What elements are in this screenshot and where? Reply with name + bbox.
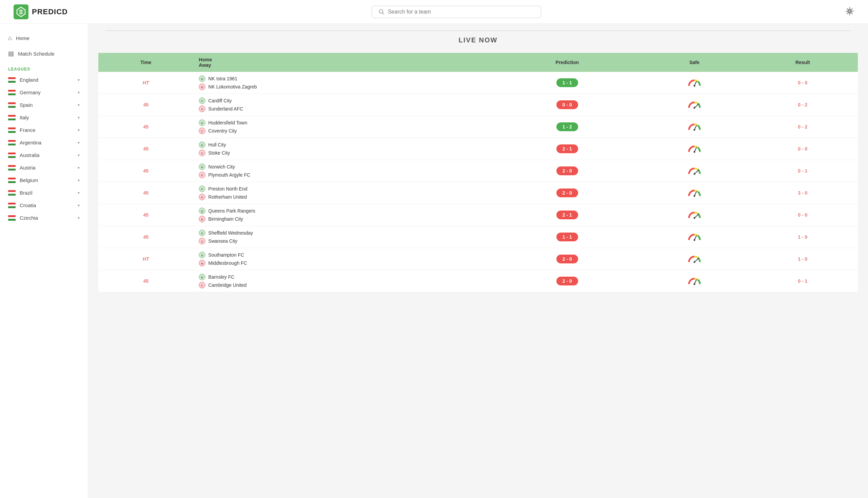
away-crest-6: B bbox=[199, 215, 206, 222]
svg-rect-6 bbox=[8, 79, 16, 81]
sidebar-item-australia[interactable]: Australia ▾ bbox=[0, 149, 88, 161]
safe-gauge-0 bbox=[688, 78, 701, 88]
league-label-france: France bbox=[20, 127, 36, 133]
prediction-badge-6: 2 - 1 bbox=[556, 211, 578, 219]
sidebar-item-italy[interactable]: Italy ▾ bbox=[0, 111, 88, 124]
svg-rect-26 bbox=[8, 142, 16, 143]
home-crest-7: S bbox=[199, 230, 206, 236]
away-team-name-3: Stoke City bbox=[208, 150, 230, 156]
away-crest-7: S bbox=[199, 238, 206, 245]
search-input[interactable] bbox=[388, 9, 534, 15]
flag-icon-spain bbox=[8, 102, 16, 108]
search-bar[interactable] bbox=[372, 6, 541, 18]
match-safe-9 bbox=[641, 270, 747, 292]
sidebar-item-match-schedule[interactable]: ▤ Match Schedule bbox=[0, 46, 88, 61]
match-safe-3 bbox=[641, 138, 747, 160]
sidebar-item-france[interactable]: France ▾ bbox=[0, 124, 88, 136]
svg-text:B: B bbox=[201, 218, 203, 221]
home-crest-5: P bbox=[199, 185, 206, 192]
league-left-france: France bbox=[8, 127, 36, 133]
sidebar-item-czechia[interactable]: Czechia ▾ bbox=[0, 211, 88, 224]
away-crest-1: S bbox=[199, 105, 206, 112]
svg-rect-17 bbox=[8, 115, 16, 117]
sidebar-item-brazil[interactable]: Brazil ▾ bbox=[0, 186, 88, 199]
match-result-5: 3 - 0 bbox=[748, 182, 858, 204]
svg-rect-39 bbox=[8, 181, 16, 183]
away-crest-0: N bbox=[199, 83, 206, 90]
home-team-row-2: H Huddersfield Town bbox=[199, 119, 488, 126]
league-left-austria: Austria bbox=[8, 165, 36, 171]
sidebar-item-argentina[interactable]: Argentina ▾ bbox=[0, 136, 88, 149]
section-title: LIVE NOW bbox=[98, 36, 858, 48]
sidebar-item-croatia[interactable]: Croatia ▾ bbox=[0, 199, 88, 211]
home-crest-6: Q bbox=[199, 208, 206, 214]
chevron-icon-france: ▾ bbox=[78, 128, 80, 133]
sidebar-item-austria[interactable]: Austria ▾ bbox=[0, 161, 88, 174]
svg-text:N: N bbox=[201, 86, 203, 89]
svg-rect-11 bbox=[8, 93, 16, 95]
team-cell-5: P Preston North End R Rotherham United bbox=[199, 185, 488, 200]
chevron-icon-italy: ▾ bbox=[78, 115, 80, 120]
svg-rect-25 bbox=[8, 140, 16, 142]
svg-rect-46 bbox=[8, 205, 16, 206]
settings-button[interactable] bbox=[845, 6, 854, 17]
league-label-austria: Austria bbox=[20, 165, 36, 171]
svg-point-111 bbox=[693, 284, 695, 285]
chevron-icon-croatia: ▾ bbox=[78, 203, 80, 208]
team-cell-2: H Huddersfield Town C Coventry City bbox=[199, 119, 488, 134]
home-crest-2: H bbox=[199, 119, 206, 126]
sidebar-item-home[interactable]: ⌂ Home bbox=[0, 30, 88, 46]
svg-text:Q: Q bbox=[201, 210, 203, 213]
match-result-2: 0 - 2 bbox=[748, 116, 858, 138]
match-time-4: 45 bbox=[98, 160, 193, 182]
safe-gauge-1 bbox=[688, 100, 701, 109]
sidebar-item-germany[interactable]: Germany ▾ bbox=[0, 86, 88, 99]
logo-area: PREDICD bbox=[14, 4, 68, 19]
league-label-germany: Germany bbox=[20, 90, 41, 95]
svg-rect-18 bbox=[8, 117, 16, 118]
svg-text:B: B bbox=[201, 276, 203, 279]
home-icon: ⌂ bbox=[8, 35, 12, 42]
away-team-row-5: R Rotherham United bbox=[199, 194, 488, 200]
away-team-name-1: Sunderland AFC bbox=[208, 106, 243, 112]
away-team-row-0: N NK Lokomotiva Zagreb bbox=[199, 83, 488, 90]
match-safe-8 bbox=[641, 248, 747, 270]
away-team-name-6: Birmingham City bbox=[208, 216, 243, 222]
match-time-8: HT bbox=[98, 248, 193, 270]
league-left-czechia: Czechia bbox=[8, 215, 38, 221]
sidebar-item-belgium[interactable]: Belgium ▾ bbox=[0, 174, 88, 186]
svg-text:C: C bbox=[201, 284, 203, 287]
table-row: HT N NK Istra 1961 N NK Lokomotiva Zagre… bbox=[98, 72, 858, 94]
match-safe-4 bbox=[641, 160, 747, 182]
home-team-row-7: S Sheffield Wednesday bbox=[199, 230, 488, 236]
away-team-row-7: S Swansea City bbox=[199, 238, 488, 245]
section-divider-top bbox=[105, 30, 851, 31]
match-time-1: 45 bbox=[98, 94, 193, 116]
league-left-spain: Spain bbox=[8, 102, 32, 108]
svg-rect-15 bbox=[8, 106, 16, 107]
home-team-name-4: Norwich City bbox=[208, 164, 235, 170]
team-cell-0: N NK Istra 1961 N NK Lokomotiva Zagreb bbox=[199, 75, 488, 90]
svg-rect-7 bbox=[8, 81, 16, 82]
sidebar-item-england[interactable]: England ▾ bbox=[0, 74, 88, 86]
flag-icon-australia bbox=[8, 153, 16, 158]
flag-icon-france bbox=[8, 128, 16, 133]
match-prediction-9: 2 - 0 bbox=[493, 270, 641, 292]
away-crest-5: R bbox=[199, 194, 206, 200]
prediction-badge-5: 2 - 0 bbox=[556, 188, 578, 197]
svg-text:M: M bbox=[201, 262, 203, 265]
home-team-name-7: Sheffield Wednesday bbox=[208, 230, 253, 236]
league-left-australia: Australia bbox=[8, 152, 39, 158]
svg-text:H: H bbox=[201, 144, 203, 147]
match-teams-0: N NK Istra 1961 N NK Lokomotiva Zagreb bbox=[193, 72, 493, 94]
col-home-away: HomeAway bbox=[193, 53, 493, 72]
match-result-8: 1 - 0 bbox=[748, 248, 858, 270]
match-teams-5: P Preston North End R Rotherham United bbox=[193, 182, 493, 204]
match-teams-2: H Huddersfield Town C Coventry City bbox=[193, 116, 493, 138]
away-crest-9: C bbox=[199, 282, 206, 288]
home-team-row-0: N NK Istra 1961 bbox=[199, 75, 488, 82]
matches-table: Time HomeAway Prediction Safe Result HT … bbox=[98, 53, 858, 292]
league-left-germany: Germany bbox=[8, 90, 41, 95]
sidebar-item-spain[interactable]: Spain ▾ bbox=[0, 99, 88, 111]
svg-rect-38 bbox=[8, 179, 16, 181]
